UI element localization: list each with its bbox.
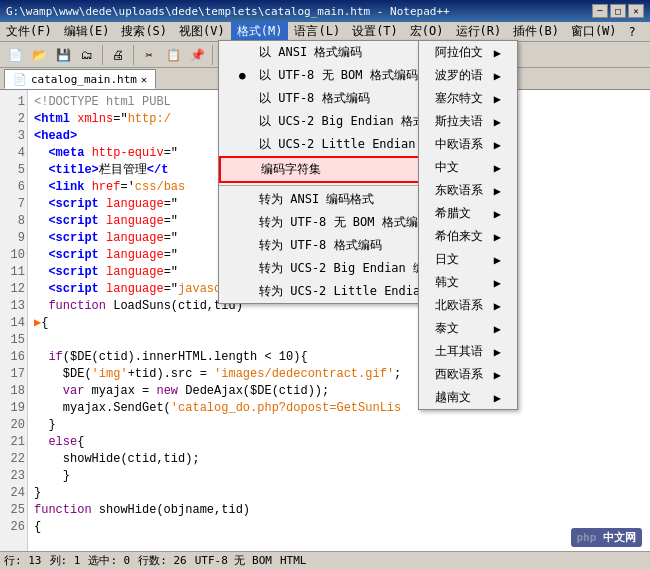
print-button[interactable]: 🖨: [107, 44, 129, 66]
submenu-arrow-weurope: ▶: [494, 368, 501, 382]
submenu-arrow-chinese: ▶: [494, 161, 501, 175]
enc-korean[interactable]: 韩文 ▶: [419, 271, 517, 294]
tab-catalog-main[interactable]: 📄 catalog_main.htm ✕: [4, 69, 156, 89]
line-numbers: 12345 678910 1112131415 1617181920 21222…: [0, 90, 28, 569]
menu-search[interactable]: 搜索(S): [115, 22, 173, 41]
status-type: HTML: [280, 554, 307, 567]
menu-format[interactable]: 格式(M): [231, 22, 289, 41]
check-empty5: [241, 163, 257, 176]
check-empty: [239, 46, 255, 59]
enc-nordic[interactable]: 北欧语系 ▶: [419, 294, 517, 317]
paste-button[interactable]: 📌: [186, 44, 208, 66]
menu-language[interactable]: 语言(L): [288, 22, 346, 41]
copy-button[interactable]: 📋: [162, 44, 184, 66]
enc-easteurope[interactable]: 东欧语系 ▶: [419, 179, 517, 202]
submenu-arrow-vietnamese: ▶: [494, 391, 501, 405]
menu-bar: 文件(F) 编辑(E) 搜索(S) 视图(V) 格式(M) 语言(L) 设置(T…: [0, 22, 650, 42]
check-empty4: [239, 138, 255, 151]
submenu-arrow-japanese: ▶: [494, 253, 501, 267]
enc-japanese[interactable]: 日文 ▶: [419, 248, 517, 271]
status-encoding: UTF-8 无 BOM: [195, 553, 272, 568]
title-text: G:\wamp\www\dede\uploads\dede\templets\c…: [6, 5, 592, 18]
submenu-arrow-ceurope: ▶: [494, 138, 501, 152]
status-lines: 行数: 26: [138, 553, 187, 568]
enc-celtic[interactable]: 塞尔特文 ▶: [419, 87, 517, 110]
toolbar-separator-2: [133, 45, 134, 65]
enc-turkish[interactable]: 土耳其语 ▶: [419, 340, 517, 363]
menu-settings[interactable]: 设置(T): [346, 22, 404, 41]
toolbar-separator-3: [212, 45, 213, 65]
enc-greek[interactable]: 希腊文 ▶: [419, 202, 517, 225]
tab-icon: 📄: [13, 73, 27, 86]
menu-window[interactable]: 窗口(W): [565, 22, 623, 41]
save-all-button[interactable]: 🗂: [76, 44, 98, 66]
enc-vietnamese[interactable]: 越南文 ▶: [419, 386, 517, 409]
new-button[interactable]: 📄: [4, 44, 26, 66]
toolbar-separator-1: [102, 45, 103, 65]
submenu-arrow-slavic: ▶: [494, 115, 501, 129]
submenu-arrow-hebrew: ▶: [494, 230, 501, 244]
status-sel: 选中: 0: [88, 553, 130, 568]
submenu-arrow-easteurope: ▶: [494, 184, 501, 198]
close-button[interactable]: ✕: [628, 4, 644, 18]
cut-button[interactable]: ✂: [138, 44, 160, 66]
save-button[interactable]: 💾: [52, 44, 74, 66]
menu-edit[interactable]: 编辑(E): [58, 22, 116, 41]
menu-help[interactable]: ?: [623, 24, 642, 40]
submenu-arrow-nordic: ▶: [494, 299, 501, 313]
submenu-arrow-cyrillic: ▶: [494, 69, 501, 83]
enc-arabic[interactable]: 阿拉伯文 ▶: [419, 41, 517, 64]
minimize-button[interactable]: ─: [592, 4, 608, 18]
menu-view[interactable]: 视图(V): [173, 22, 231, 41]
enc-ceurope[interactable]: 中欧语系 ▶: [419, 133, 517, 156]
submenu-arrow-korean: ▶: [494, 276, 501, 290]
enc-slavic[interactable]: 斯拉夫语 ▶: [419, 110, 517, 133]
check-empty3: [239, 115, 255, 128]
title-bar: G:\wamp\www\dede\uploads\dede\templets\c…: [0, 0, 650, 22]
open-button[interactable]: 📂: [28, 44, 50, 66]
enc-hebrew[interactable]: 希伯来文 ▶: [419, 225, 517, 248]
check-empty2: [239, 92, 255, 105]
submenu-arrow-arabic: ▶: [494, 46, 501, 60]
title-buttons: ─ □ ✕: [592, 4, 644, 18]
submenu-arrow-turkish: ▶: [494, 345, 501, 359]
submenu-arrow-celtic: ▶: [494, 92, 501, 106]
status-ln: 行: 13: [4, 553, 42, 568]
submenu-arrow-thai: ▶: [494, 322, 501, 336]
menu-file[interactable]: 文件(F): [0, 22, 58, 41]
submenu-arrow-greek: ▶: [494, 207, 501, 221]
menu-macro[interactable]: 宏(O): [404, 22, 450, 41]
tab-label: catalog_main.htm: [31, 73, 137, 86]
menu-plugins[interactable]: 插件(B): [507, 22, 565, 41]
maximize-button[interactable]: □: [610, 4, 626, 18]
enc-cyrillic[interactable]: 波罗的语 ▶: [419, 64, 517, 87]
check-mark-icon: ●: [239, 69, 255, 82]
status-col: 列: 1: [50, 553, 81, 568]
status-bar: 行: 13 列: 1 选中: 0 行数: 26 UTF-8 无 BOM HTML: [0, 551, 650, 569]
enc-weurope[interactable]: 西欧语系 ▶: [419, 363, 517, 386]
enc-thai[interactable]: 泰文 ▶: [419, 317, 517, 340]
encoding-submenu[interactable]: 阿拉伯文 ▶ 波罗的语 ▶ 塞尔特文 ▶ 斯拉夫语 ▶ 中欧语系 ▶ 中文 ▶ …: [418, 40, 518, 410]
enc-chinese[interactable]: 中文 ▶: [419, 156, 517, 179]
tab-close-icon[interactable]: ✕: [141, 74, 147, 85]
menu-run[interactable]: 运行(R): [450, 22, 508, 41]
